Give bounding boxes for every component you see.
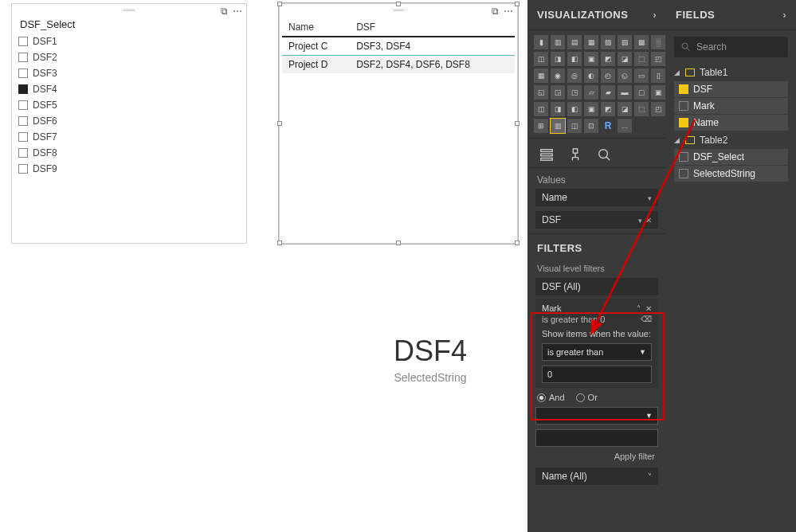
radio-or[interactable]	[576, 393, 585, 402]
checkbox-icon[interactable]	[18, 116, 28, 126]
expand-icon[interactable]: ◢	[674, 68, 680, 76]
viz-type-icon[interactable]: ◎	[567, 68, 582, 83]
format-tab-icon[interactable]	[567, 147, 583, 162]
checkbox-icon[interactable]	[18, 132, 28, 142]
slicer-item[interactable]: DSF2	[18, 49, 240, 65]
resize-handle[interactable]	[515, 121, 520, 126]
viz-type-icon[interactable]: ▮	[534, 35, 548, 49]
more-icon[interactable]: ⋯	[504, 6, 514, 17]
drag-handle-icon[interactable]: ══	[124, 6, 135, 14]
field-checkbox[interactable]	[679, 118, 688, 127]
field-row[interactable]: Mark	[674, 98, 788, 115]
resize-handle[interactable]	[515, 241, 520, 245]
apply-filter-link[interactable]: Apply filter	[527, 447, 666, 467]
slicer-visual[interactable]: ══ ⧉ ⋯ DSF_Select DSF1DSF2DSF3DSF4DSF5DS…	[11, 3, 247, 244]
close-icon[interactable]: ✕	[645, 304, 652, 313]
resize-handle[interactable]	[277, 2, 282, 6]
visualizations-header[interactable]: VISUALIZATIONS ›	[527, 0, 666, 30]
table-visual[interactable]: ══ ⧉ ⋯ Name DSF Project CDSF3, DSF4Proje…	[279, 3, 518, 244]
viz-type-icon[interactable]: ◩	[601, 102, 615, 116]
viz-type-icon[interactable]: ▥	[551, 35, 565, 49]
radio-and[interactable]	[537, 393, 546, 402]
viz-type-icon[interactable]: ⊡	[584, 119, 598, 133]
slicer-item[interactable]: DSF7	[18, 129, 240, 145]
slicer-item[interactable]: DSF3	[18, 65, 240, 81]
field-row[interactable]: DSF_Select	[674, 149, 788, 166]
checkbox-icon[interactable]	[18, 37, 28, 46]
viz-type-icon[interactable]: R	[601, 119, 615, 133]
fields-header[interactable]: FIELDS ›	[666, 0, 796, 30]
fields-table-node[interactable]: ◢Table1	[666, 64, 796, 81]
viz-type-icon[interactable]: ◐	[584, 68, 598, 83]
viz-type-icon[interactable]: ◫	[567, 119, 582, 133]
viz-type-icon[interactable]: …	[618, 119, 632, 133]
fields-table-node[interactable]: ◢Table2	[666, 131, 796, 149]
viz-type-icon[interactable]: ▤	[567, 35, 582, 49]
viz-type-icon[interactable]: ◩	[601, 52, 615, 66]
viz-type-icon[interactable]: ◫	[534, 102, 548, 116]
resize-handle[interactable]	[515, 2, 520, 6]
viz-type-icon[interactable]: ▨	[618, 35, 632, 49]
report-canvas[interactable]: ══ ⧉ ⋯ DSF_Select DSF1DSF2DSF3DSF4DSF5DS…	[0, 0, 527, 532]
viz-type-icon[interactable]: ⬚	[634, 102, 649, 116]
slicer-item[interactable]: DSF4	[18, 81, 240, 97]
viz-type-icon[interactable]: ▱	[584, 85, 598, 100]
table-row[interactable]: Project DDSF2, DSF4, DSF6, DSF8	[282, 56, 515, 74]
more-icon[interactable]: ⋯	[233, 6, 243, 17]
viz-type-icon[interactable]: ░	[651, 35, 665, 49]
viz-type-icon[interactable]: ◲	[551, 85, 565, 100]
field-checkbox[interactable]	[679, 101, 688, 111]
viz-type-icon[interactable]: ◧	[567, 52, 582, 66]
col-header-name[interactable]: Name	[282, 18, 350, 37]
viz-type-icon[interactable]: ◪	[618, 52, 632, 66]
viz-type-icon[interactable]: ⊞	[534, 119, 548, 133]
viz-type-icon[interactable]: ◰	[651, 52, 665, 66]
focus-mode-icon[interactable]: ⧉	[492, 6, 499, 17]
viz-type-icon[interactable]: ◨	[551, 52, 565, 66]
filter-operator-select-2[interactable]: ▼	[535, 407, 658, 424]
viz-type-icon[interactable]: ▰	[601, 85, 615, 100]
filter-operator-select[interactable]: is greater than ▼	[542, 343, 652, 361]
field-checkbox[interactable]	[679, 84, 688, 94]
card-visual[interactable]: DSF4 SelectedString	[319, 334, 542, 384]
viz-type-icon[interactable]: ▣	[651, 85, 665, 100]
filter-name-all[interactable]: Name (All) ˅	[535, 467, 658, 485]
filter-dsf-all[interactable]: DSF (All)	[535, 278, 658, 295]
viz-type-icon[interactable]: ⬚	[634, 52, 649, 66]
viz-type-icon[interactable]: ◧	[567, 102, 582, 116]
viz-type-icon[interactable]: ◫	[534, 52, 548, 66]
viz-type-icon[interactable]: ◴	[601, 68, 615, 83]
resize-handle[interactable]	[277, 121, 282, 126]
resize-handle[interactable]	[396, 2, 401, 6]
viz-type-icon[interactable]: ◱	[534, 85, 548, 100]
checkbox-icon[interactable]	[18, 84, 28, 94]
slicer-item[interactable]: DSF5	[18, 97, 240, 113]
slicer-item[interactable]: DSF9	[18, 161, 240, 177]
checkbox-icon[interactable]	[18, 164, 28, 174]
chevron-right-icon[interactable]: ›	[783, 10, 787, 21]
viz-type-icon[interactable]: ◳	[567, 85, 582, 100]
resize-handle[interactable]	[396, 241, 401, 245]
resize-handle[interactable]	[277, 241, 282, 245]
filters-header[interactable]: FILTERS	[527, 233, 666, 260]
col-header-dsf[interactable]: DSF	[350, 18, 515, 37]
eraser-icon[interactable]: ⌫	[641, 315, 652, 324]
field-row[interactable]: DSF	[674, 81, 788, 98]
checkbox-icon[interactable]	[18, 53, 28, 62]
viz-type-icon[interactable]: ▧	[601, 35, 615, 49]
viz-type-icon[interactable]: ▭	[634, 68, 649, 83]
drag-handle-icon[interactable]: ══	[393, 6, 404, 14]
chevron-down-icon[interactable]: ˅	[648, 472, 652, 481]
viz-type-icon[interactable]: ▯	[651, 68, 665, 83]
viz-type-icon[interactable]: ◰	[651, 102, 665, 116]
viz-type-icon[interactable]: ▥	[551, 119, 565, 133]
viz-type-icon[interactable]: ◵	[618, 68, 632, 83]
checkbox-icon[interactable]	[18, 148, 28, 158]
table-row[interactable]: Project CDSF3, DSF4	[282, 37, 515, 56]
viz-type-icon[interactable]: ▣	[584, 102, 598, 116]
field-well-dsf[interactable]: DSF ▾✕	[535, 211, 658, 229]
filter-value-input-2[interactable]	[535, 429, 658, 447]
viz-type-icon[interactable]: ▬	[618, 85, 632, 100]
close-icon[interactable]: ✕	[645, 216, 652, 225]
viz-type-icon[interactable]: ▩	[634, 35, 649, 49]
